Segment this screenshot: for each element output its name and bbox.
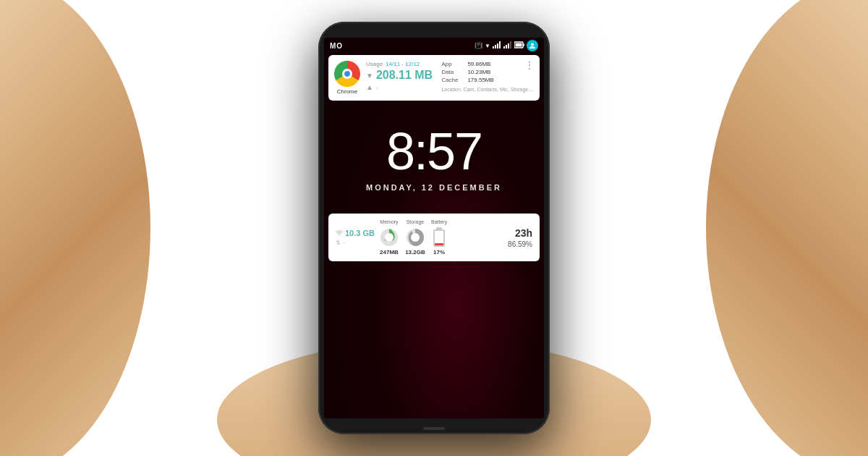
wifi-status-icon: ▼ — [485, 43, 490, 49]
clock-date: MONDAY, 12 DECEMBER — [324, 183, 544, 192]
battery-body — [433, 229, 445, 247]
status-bar: MO 📳 ▼ — [324, 38, 544, 52]
svg-point-13 — [385, 233, 393, 242]
svg-point-11 — [531, 43, 534, 46]
cache-row: Cache 179.55MB — [441, 77, 534, 83]
memory-value: 247MB — [380, 249, 399, 256]
signal2-icon — [503, 41, 512, 50]
svg-point-15 — [411, 233, 420, 242]
upload-arrow-icon: ▲ — [366, 83, 373, 91]
clock-time: 8:57 — [324, 125, 544, 177]
wifi-data-amount: 10.3 GB — [345, 229, 375, 237]
wifi-symbol-icon — [336, 229, 343, 237]
svg-rect-7 — [510, 41, 511, 48]
transfer-arrows-icon: ⇅ — [336, 240, 341, 246]
phone-screen: MO 📳 ▼ — [324, 38, 544, 418]
usage-download-row: ▼ 208.11 MB — [366, 69, 435, 82]
svg-rect-0 — [493, 46, 494, 48]
battery-fill — [435, 243, 443, 245]
chrome-app-icon: Chrome — [334, 61, 360, 95]
wifi-data-section: 10.3 GB ⇅ - — [336, 229, 375, 246]
usage-text-label: Usage — [366, 61, 383, 67]
carrier-text: MO — [330, 42, 343, 50]
home-button[interactable] — [423, 427, 445, 430]
download-amount: 208.11 MB — [376, 69, 433, 82]
app-row-value: 59.86MB — [467, 61, 490, 67]
svg-rect-6 — [508, 43, 509, 48]
storage-pie-chart — [405, 227, 425, 248]
transfer-dash: - — [343, 239, 345, 246]
chrome-app-label: Chrome — [337, 88, 357, 95]
memory-pie-chart — [379, 227, 399, 248]
svg-rect-2 — [497, 43, 498, 48]
memory-label: Memory — [380, 219, 398, 224]
chrome-app-details: App 59.86MB Data 10.23MB Cache 179.55MB … — [441, 61, 534, 93]
scene: MO 📳 ▼ — [0, 0, 868, 456]
chrome-usage-widget[interactable]: Chrome Usage 14/11 - 12/12 ▼ 208.11 MB ▲… — [328, 55, 540, 101]
status-icons-group: 📳 ▼ — [475, 40, 538, 51]
avatar-icon[interactable] — [527, 40, 538, 51]
cache-row-label: Cache — [441, 77, 463, 83]
battery-visual — [432, 227, 446, 248]
phone-frame: MO 📳 ▼ — [318, 22, 550, 434]
app-row-label: App — [441, 61, 463, 67]
permissions-text: Location, Cam, Contacts, Mic, Storage ..… — [441, 86, 534, 93]
battery-duration-pct: 86.59% — [508, 240, 532, 248]
memory-stat: Memory 247MB — [379, 219, 399, 256]
battery-stat: Battery 17% — [431, 219, 447, 256]
transfer-row: ⇅ - — [336, 239, 345, 246]
system-stats-widget[interactable]: 10.3 GB ⇅ - Memory — [328, 214, 540, 261]
chrome-logo — [334, 61, 360, 87]
svg-rect-5 — [506, 45, 507, 48]
battery-label: Battery — [431, 219, 447, 224]
storage-value: 13.2GB — [405, 249, 425, 256]
chrome-logo-inner — [342, 69, 352, 79]
data-row-label: Data — [441, 69, 463, 75]
svg-rect-10 — [516, 43, 522, 47]
usage-upload-row: ▲ - — [366, 83, 435, 91]
svg-rect-1 — [495, 45, 496, 48]
cache-row-value: 179.55MB — [467, 77, 493, 83]
vibrate-icon: 📳 — [475, 42, 482, 49]
battery-status-icon — [514, 41, 524, 50]
memory-storage-battery-section: Memory 247MB — [379, 219, 503, 256]
svg-rect-3 — [499, 41, 501, 48]
storage-stat: Storage 13.2GB — [405, 219, 425, 256]
download-arrow-icon: ▼ — [366, 72, 373, 80]
svg-rect-4 — [503, 46, 505, 48]
usage-header: Usage 14/11 - 12/12 — [366, 61, 435, 67]
chrome-usage-main: Usage 14/11 - 12/12 ▼ 208.11 MB ▲ - — [366, 61, 435, 91]
battery-duration-section: 23h 86.59% — [508, 227, 532, 248]
signal-icon — [493, 41, 501, 50]
wifi-data-row: 10.3 GB — [336, 229, 375, 237]
data-row: Data 10.23MB — [441, 69, 534, 75]
usage-date: 14/11 - 12/12 — [386, 61, 420, 67]
data-row-value: 10.23MB — [467, 69, 490, 75]
more-options-button[interactable]: ⋮ — [525, 61, 534, 69]
clock-widget: 8:57 MONDAY, 12 DECEMBER — [324, 104, 544, 199]
app-row: App 59.86MB — [441, 61, 534, 67]
storage-label: Storage — [407, 219, 425, 224]
battery-duration-hours: 23h — [515, 227, 532, 239]
svg-rect-9 — [524, 44, 525, 46]
upload-amount: - — [376, 84, 378, 91]
battery-value: 17% — [433, 249, 445, 256]
